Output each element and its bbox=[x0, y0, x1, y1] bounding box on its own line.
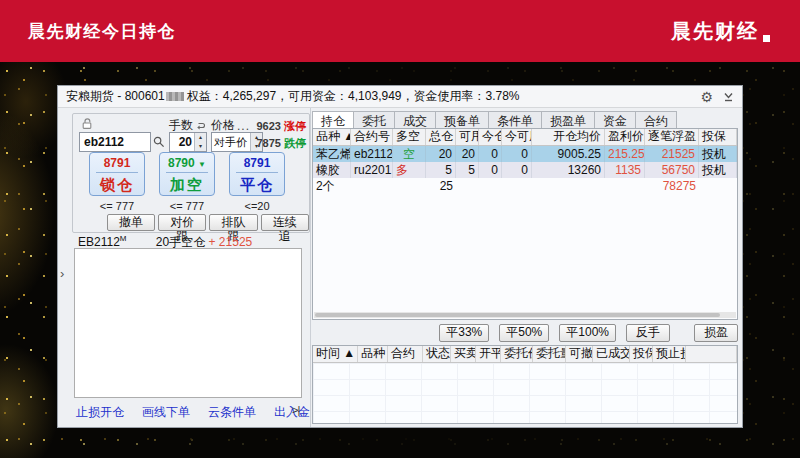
order-log-box[interactable] bbox=[74, 248, 302, 398]
col-cancelable[interactable]: 可撤 bbox=[566, 346, 593, 362]
lots-up-arrow-icon[interactable]: ▴ bbox=[195, 133, 206, 142]
cloud-condition-order-link[interactable]: 云条件单 bbox=[208, 404, 256, 421]
tab-positions[interactable]: 持仓 bbox=[312, 111, 353, 128]
col-product[interactable]: 品种 ▲ bbox=[313, 129, 351, 145]
header-banner: 晨先财经今日持仓 晨先财经 bbox=[0, 0, 800, 62]
col-today-available[interactable]: 今可用 bbox=[502, 129, 532, 145]
tab-stop-orders[interactable]: 损盈单 bbox=[541, 111, 594, 128]
tab-trades[interactable]: 成交 bbox=[394, 111, 435, 128]
col-today[interactable]: 今仓 bbox=[479, 129, 502, 145]
add-short-button[interactable]: 8790 ▼ 加空 bbox=[159, 152, 215, 196]
limit-up-label: 涨停 bbox=[284, 120, 306, 132]
add-short-dropdown-icon: ▼ bbox=[198, 160, 206, 169]
unlock-icon[interactable] bbox=[81, 117, 94, 130]
lots-value[interactable]: 20 bbox=[170, 133, 194, 151]
position-row-ru2201[interactable]: 橡胶 ru2201 多 5 5 0 0 13260 1135 56750 投机 bbox=[313, 162, 737, 178]
broker-account: 安粮期货 - 800601 bbox=[66, 88, 165, 105]
tab-condition-orders[interactable]: 条件单 bbox=[488, 111, 541, 128]
settings-gear-icon[interactable]: ⚙ bbox=[700, 90, 713, 104]
cell-count: 2个 bbox=[313, 178, 351, 194]
col-status[interactable]: 状态 bbox=[423, 346, 451, 362]
col-available[interactable]: 可用 bbox=[456, 129, 479, 145]
reverse-button[interactable]: 反手 bbox=[626, 324, 670, 342]
col-product[interactable]: 品种 bbox=[358, 346, 388, 362]
col-contract[interactable]: 合约 bbox=[388, 346, 423, 362]
stop-profit-loss-button[interactable]: 损盈 bbox=[694, 324, 738, 342]
col-order-qty[interactable]: 委托量 bbox=[533, 346, 566, 362]
footer-links: 止损开仓 画线下单 云条件单 出入金 bbox=[76, 404, 310, 421]
add-short-label: 加空 bbox=[160, 176, 214, 195]
col-order-price[interactable]: 委托价 bbox=[501, 346, 533, 362]
quick-order-buttons: 撤单 对价跟 排队跟 连续追 bbox=[107, 214, 309, 231]
col-floating-profit[interactable]: 逐笔浮盈 bbox=[645, 129, 699, 145]
col-open-avg-price[interactable]: 开仓均价 bbox=[532, 129, 605, 145]
tab-prepared-orders[interactable]: 预备单 bbox=[435, 111, 488, 128]
price-more-button[interactable]: ... bbox=[237, 119, 250, 133]
limit-down-line: 7875 跌停 bbox=[256, 135, 306, 152]
col-buy-sell[interactable]: 买卖 bbox=[451, 346, 476, 362]
col-filled[interactable]: 已成交 bbox=[593, 346, 630, 362]
draw-line-order-link[interactable]: 画线下单 bbox=[142, 404, 190, 421]
panel-tabs: 持仓 委托 成交 预备单 条件单 损盈单 资金 合约 bbox=[312, 111, 677, 128]
collapse-panel-arrow[interactable]: › bbox=[60, 266, 64, 281]
position-row-eb2112[interactable]: 苯乙烯 eb2112 空 20 20 0 0 9005.25 215.25 21… bbox=[313, 146, 737, 162]
tab-funds[interactable]: 资金 bbox=[594, 111, 635, 128]
cell-profit-spread: 1135 bbox=[605, 162, 645, 178]
expand-panel-arrow[interactable]: >| bbox=[292, 404, 299, 416]
scrollbar-thumb[interactable] bbox=[315, 313, 720, 317]
cell-today: 0 bbox=[479, 146, 502, 162]
cell-today: 0 bbox=[479, 162, 502, 178]
window-content: 手数 价格 ... eb2112 20 ▴ ▾ bbox=[58, 108, 742, 427]
add-short-price: 8790 ▼ bbox=[166, 156, 208, 173]
minimize-icon[interactable] bbox=[723, 91, 734, 102]
status-profit: + 21525 bbox=[209, 235, 253, 249]
close-50-button[interactable]: 平50% bbox=[499, 324, 549, 342]
search-icon[interactable] bbox=[153, 136, 165, 148]
cell-floating-profit-sum: 78275 bbox=[645, 178, 699, 194]
price-mode-stepper[interactable]: 对手价 ▴ ▾ bbox=[211, 132, 263, 152]
cell-product: 苯乙烯 bbox=[313, 146, 351, 162]
lock-position-button[interactable]: 8791 锁仓 bbox=[89, 152, 145, 196]
lots-down-arrow-icon[interactable]: ▾ bbox=[195, 142, 206, 151]
limit-up-line: 9623 涨停 bbox=[256, 118, 306, 135]
cancel-order-button[interactable]: 撤单 bbox=[107, 214, 155, 231]
contract-input[interactable]: eb2112 bbox=[79, 132, 151, 152]
banner-brand: 晨先财经 bbox=[671, 18, 770, 45]
counter-price-follow-button[interactable]: 对价跟 bbox=[158, 214, 206, 231]
col-hedge[interactable]: 投保 bbox=[630, 346, 653, 362]
close-position-button[interactable]: 8791 平仓 bbox=[229, 152, 285, 196]
col-pre-stop-loss[interactable]: 预止损 bbox=[653, 346, 686, 362]
stop-loss-open-link[interactable]: 止损开仓 bbox=[76, 404, 124, 421]
cell-total: 20 bbox=[426, 146, 456, 162]
cell-open-avg: 9005.25 bbox=[532, 146, 605, 162]
price-mode-value[interactable]: 对手价 bbox=[212, 133, 250, 151]
cell-hedge: 投机 bbox=[699, 146, 737, 162]
account-summary: 安粮期货 - 800601 权益：4,265,297， 可用资金：4,103,9… bbox=[66, 88, 520, 105]
tab-contracts[interactable]: 合约 bbox=[635, 111, 677, 128]
status-contract: EB2112 bbox=[78, 235, 120, 249]
close-33-button[interactable]: 平33% bbox=[439, 324, 489, 342]
col-side[interactable]: 多空 bbox=[393, 129, 426, 145]
lots-stepper[interactable]: 20 ▴ ▾ bbox=[169, 132, 207, 152]
titlebar-icons: ⚙ bbox=[700, 90, 734, 104]
cell-total-sum: 25 bbox=[426, 178, 456, 194]
cell-floating-profit: 56750 bbox=[645, 162, 699, 178]
col-profit-spread[interactable]: 盈利价差 bbox=[605, 129, 645, 145]
col-total[interactable]: 总仓 bbox=[426, 129, 456, 145]
col-hedge-flag[interactable]: 投保 bbox=[699, 129, 737, 145]
cell-profit-spread: 215.25 bbox=[605, 146, 645, 162]
col-time[interactable]: 时间 ▲ bbox=[313, 346, 358, 362]
limit-down-value: 7875 bbox=[256, 137, 280, 149]
close-100-button[interactable]: 平100% bbox=[559, 324, 616, 342]
cycle-icon[interactable] bbox=[195, 121, 206, 131]
cell-contract: ru2201 bbox=[351, 162, 393, 178]
continuous-chase-button[interactable]: 连续追 bbox=[261, 214, 309, 231]
orders-table: 时间 ▲ 品种 合约 状态 买卖 开平 委托价 委托量 可撤 已成交 投保 预止… bbox=[312, 345, 738, 424]
col-open-close[interactable]: 开平 bbox=[476, 346, 501, 362]
col-contract[interactable]: 合约号 bbox=[351, 129, 393, 145]
panel-divider bbox=[310, 108, 311, 427]
position-action-buttons: 平33% 平50% 平100% 反手 损盈 bbox=[312, 324, 738, 342]
horizontal-scrollbar[interactable] bbox=[314, 312, 736, 318]
tab-orders[interactable]: 委托 bbox=[353, 111, 394, 128]
queue-follow-button[interactable]: 排队跟 bbox=[209, 214, 257, 231]
